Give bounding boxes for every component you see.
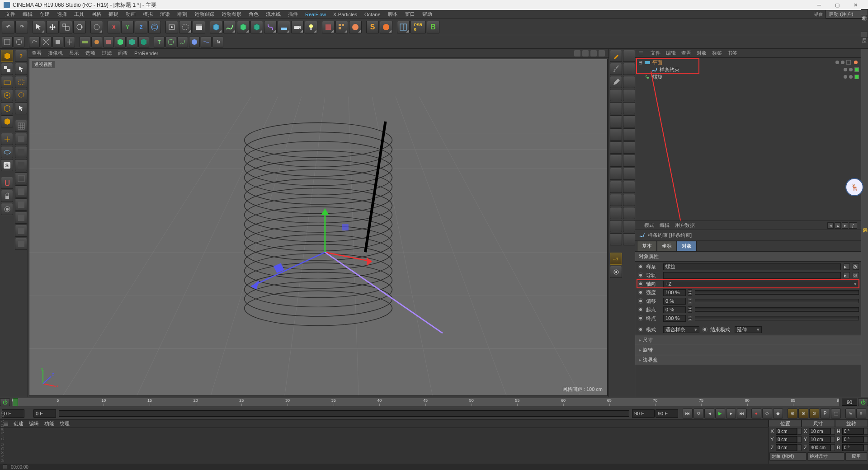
attr-anim-dot[interactable] bbox=[638, 307, 643, 312]
subtab-coord[interactable]: 坐标 bbox=[657, 241, 677, 251]
menu-tools[interactable]: 工具 bbox=[71, 10, 88, 19]
tree-label[interactable]: 样条约束 bbox=[660, 66, 679, 73]
sec-btn-9[interactable] bbox=[103, 37, 114, 47]
rp2-btn-13[interactable] bbox=[623, 207, 635, 219]
spinner[interactable] bbox=[797, 436, 802, 443]
pos-x-field[interactable]: 0 cm bbox=[776, 428, 797, 435]
attr-nav-next[interactable]: ▸ bbox=[842, 222, 848, 229]
attr-nav-fn[interactable]: ƒ bbox=[849, 222, 857, 229]
attr-anim-dot[interactable] bbox=[638, 281, 643, 287]
picker-button[interactable]: ▸ bbox=[844, 272, 850, 278]
rp2-btn-8[interactable] bbox=[623, 141, 635, 154]
coord-size-mode-dropdown[interactable]: 绝对尺寸 bbox=[807, 452, 844, 461]
xpresso-btn[interactable] bbox=[322, 21, 335, 33]
rp2-btn-5[interactable] bbox=[623, 102, 635, 114]
object-manager[interactable]: ⊟ 平面 样条约束 bbox=[635, 58, 861, 221]
undo-button[interactable]: ↶ bbox=[2, 21, 14, 33]
timeline-scrub-slider[interactable] bbox=[59, 410, 629, 417]
rp2-btn-1[interactable] bbox=[623, 50, 635, 62]
grid-p9[interactable] bbox=[15, 225, 27, 237]
menu-edit[interactable]: 编辑 bbox=[19, 10, 36, 19]
rp2-btn-9[interactable] bbox=[623, 155, 635, 167]
size-y-field[interactable]: 10 cm bbox=[809, 436, 830, 443]
spinner[interactable] bbox=[830, 436, 835, 443]
mat-menu-function[interactable]: 功能 bbox=[44, 420, 54, 427]
menu-sculpt[interactable]: 雕刻 bbox=[174, 10, 191, 19]
grid-p7[interactable] bbox=[15, 198, 27, 211]
menu-file[interactable]: 文件 bbox=[2, 10, 19, 19]
grid-p4[interactable] bbox=[15, 159, 27, 171]
menu-realflow[interactable]: RealFlow bbox=[302, 11, 330, 18]
lasso-select[interactable] bbox=[15, 89, 27, 101]
range-start-field[interactable]: 0 F bbox=[2, 409, 24, 418]
attr-anim-dot[interactable] bbox=[638, 315, 643, 321]
side-tab-structure[interactable]: 结构 bbox=[861, 9, 868, 15]
mat-menu-texture[interactable]: 纹理 bbox=[60, 420, 70, 427]
sec-btn-8[interactable] bbox=[91, 37, 102, 47]
dope-button[interactable]: ≡ bbox=[856, 409, 866, 418]
attr-strength-slider[interactable] bbox=[695, 290, 859, 295]
rp-btn-11[interactable] bbox=[610, 181, 622, 193]
mode-model[interactable] bbox=[1, 50, 13, 62]
vis-dot[interactable] bbox=[849, 68, 853, 71]
layer-dot[interactable] bbox=[835, 61, 839, 64]
axis-z-lock[interactable]: Z bbox=[135, 21, 147, 33]
layout-btn[interactable] bbox=[397, 21, 410, 33]
current-frame-field[interactable]: 0 F bbox=[33, 409, 56, 418]
spinner[interactable]: ▴▾ bbox=[688, 289, 692, 296]
rp-btn-12[interactable] bbox=[610, 194, 622, 206]
key-param-button[interactable]: P bbox=[820, 409, 830, 418]
menu-character[interactable]: 角色 bbox=[245, 10, 262, 19]
rp2-btn-7[interactable] bbox=[623, 128, 635, 141]
prev-frame-button[interactable]: ◂ bbox=[704, 409, 714, 418]
rp2-btn-4[interactable] bbox=[623, 89, 635, 101]
last-tool[interactable] bbox=[90, 21, 103, 33]
tree-row-helix[interactable]: 螺旋 bbox=[637, 73, 859, 80]
menu-create[interactable]: 创建 bbox=[36, 10, 53, 19]
menu-script[interactable]: 脚本 bbox=[384, 10, 401, 19]
material-manager[interactable]: 创建 编辑 功能 纹理 bbox=[0, 420, 769, 464]
rp-btn-14[interactable] bbox=[610, 220, 622, 232]
timeline-power2[interactable]: ⏻ bbox=[858, 398, 868, 406]
spinner[interactable]: ▴▾ bbox=[688, 315, 692, 321]
attr-section-bbox[interactable]: 边界盒 bbox=[635, 355, 861, 365]
obj-menu-view[interactable]: 查看 bbox=[681, 50, 691, 56]
attr-end-field[interactable]: 100 % bbox=[663, 315, 686, 322]
goto-end-button[interactable]: ⏭ bbox=[737, 409, 747, 418]
picker-button[interactable]: ▸ bbox=[844, 263, 850, 270]
goto-start-button[interactable]: ⏮ bbox=[683, 409, 693, 418]
subtab-basic[interactable]: 基本 bbox=[637, 241, 657, 251]
loop-button[interactable]: ↻ bbox=[693, 409, 703, 418]
prim-camera[interactable] bbox=[291, 21, 304, 33]
minimize-button[interactable]: ─ bbox=[810, 0, 828, 10]
menu-plugins[interactable]: 插件 bbox=[284, 10, 302, 19]
sec-btn-2[interactable] bbox=[14, 37, 24, 47]
menu-render[interactable]: 渲染 bbox=[156, 10, 174, 19]
vp-nav-1[interactable] bbox=[574, 50, 580, 56]
rot-b-field[interactable]: 0 ° bbox=[842, 444, 863, 451]
menu-animate[interactable]: 动画 bbox=[122, 10, 139, 19]
tag-icon[interactable] bbox=[853, 60, 859, 65]
size-z-field[interactable]: 400 cm bbox=[809, 444, 830, 451]
vis-dot[interactable] bbox=[841, 61, 844, 64]
menu-mesh[interactable]: 网格 bbox=[88, 10, 105, 19]
grid-p3[interactable] bbox=[15, 146, 27, 158]
key-button[interactable]: ◆ bbox=[773, 409, 783, 418]
coord-system[interactable] bbox=[148, 21, 161, 33]
menu-pipeline[interactable]: 流水线 bbox=[262, 10, 284, 19]
rp2-btn-3[interactable] bbox=[623, 76, 635, 88]
octane-s[interactable]: S bbox=[366, 21, 379, 33]
coord-apply-button[interactable]: 应用 bbox=[845, 452, 867, 461]
vp-menu-view[interactable]: 查看 bbox=[32, 50, 42, 56]
attr-offset-field[interactable]: 0 % bbox=[663, 298, 686, 305]
menu-window[interactable]: 窗口 bbox=[401, 10, 419, 19]
grid-p6[interactable] bbox=[15, 185, 27, 197]
timeline-ruler[interactable]: 051015202530354045505560657075808590 bbox=[12, 398, 839, 406]
sec-btn-7[interactable] bbox=[80, 37, 90, 47]
rp-btn-5[interactable] bbox=[610, 102, 622, 114]
soft-select[interactable] bbox=[1, 203, 13, 215]
rp2-btn-14[interactable] bbox=[623, 220, 635, 232]
mat-menu-edit[interactable]: 编辑 bbox=[29, 420, 39, 427]
key-pos-button[interactable]: ⊕ bbox=[788, 409, 797, 418]
tree-row-spline-constraint[interactable]: 样条约束 bbox=[637, 66, 859, 73]
